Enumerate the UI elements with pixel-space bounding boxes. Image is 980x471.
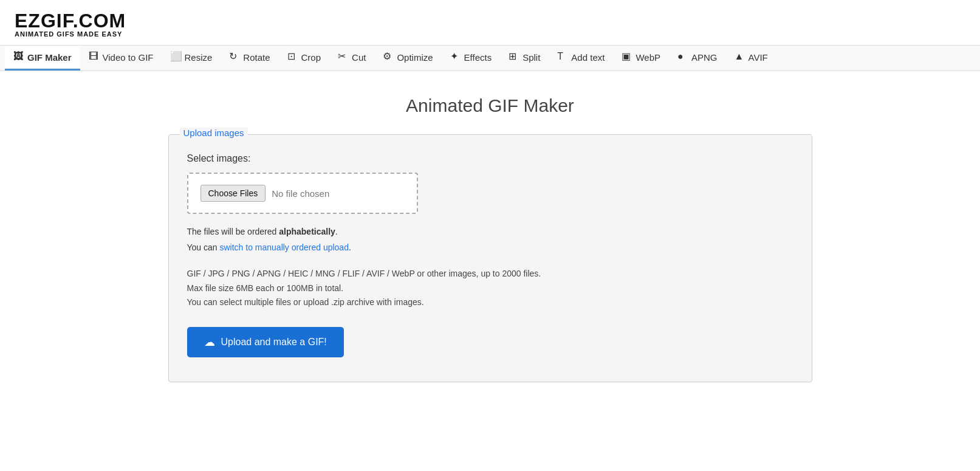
upload-cloud-icon: ☁ — [204, 335, 215, 349]
cut-icon: ✂ — [338, 52, 349, 63]
ordering-suffix: . — [335, 227, 338, 236]
file-types-line2: Max file size 6MB each or 100MB in total… — [187, 281, 793, 296]
avif-label: AVIF — [749, 52, 768, 63]
choose-files-button[interactable]: Choose Files — [200, 185, 266, 202]
file-types-info: GIF / JPG / PNG / APNG / HEIC / MNG / FL… — [187, 267, 793, 310]
nav-item-rotate[interactable]: ↻Rotate — [221, 46, 278, 70]
nav-bar: 🖼GIF Maker🎞Video to GIF⬜Resize↻Rotate⊡Cr… — [0, 45, 980, 71]
cut-label: Cut — [352, 52, 366, 63]
resize-label: Resize — [184, 52, 212, 63]
video-to-gif-label: Video to GIF — [103, 52, 154, 63]
video-to-gif-icon: 🎞 — [89, 52, 100, 63]
no-file-text: No file chosen — [272, 188, 329, 199]
nav-item-resize[interactable]: ⬜Resize — [162, 46, 221, 70]
file-types-line1: GIF / JPG / PNG / APNG / HEIC / MNG / FL… — [187, 267, 793, 281]
logo-main: EZGIF.COM — [15, 11, 126, 30]
nav-item-gif-maker[interactable]: 🖼GIF Maker — [5, 46, 80, 70]
rotate-icon: ↻ — [229, 52, 240, 63]
webp-label: WebP — [636, 52, 660, 63]
nav-item-video-to-gif[interactable]: 🎞Video to GIF — [80, 46, 162, 70]
apng-icon: ● — [677, 52, 688, 63]
effects-icon: ✦ — [450, 52, 461, 63]
page-title: Animated GIF Maker — [168, 95, 812, 116]
nav-item-add-text[interactable]: TAdd text — [549, 46, 613, 70]
gif-maker-icon: 🖼 — [13, 52, 24, 63]
effects-label: Effects — [464, 52, 492, 63]
ordering-emphasis: alphabetically — [279, 227, 335, 236]
ordering-info: The files will be ordered alphabetically… — [187, 225, 793, 238]
logo-sub: ANIMATED GIFS MADE EASY — [15, 30, 126, 38]
crop-label: Crop — [301, 52, 321, 63]
upload-panel-legend: Upload images — [180, 128, 248, 138]
switch-suffix: . — [349, 242, 351, 252]
apng-label: APNG — [691, 52, 718, 63]
rotate-label: Rotate — [243, 52, 270, 63]
crop-icon: ⊡ — [287, 52, 298, 63]
nav-item-crop[interactable]: ⊡Crop — [279, 46, 330, 70]
resize-icon: ⬜ — [170, 52, 181, 63]
upload-panel: Upload images Select images: Choose File… — [168, 134, 812, 382]
gif-maker-label: GIF Maker — [27, 52, 72, 63]
select-images-label: Select images: — [187, 153, 793, 164]
optimize-icon: ⚙ — [383, 52, 394, 63]
nav-item-avif[interactable]: ▲AVIF — [726, 46, 776, 70]
webp-icon: ▣ — [622, 52, 632, 63]
nav-item-optimize[interactable]: ⚙Optimize — [374, 46, 441, 70]
add-text-icon: T — [557, 52, 568, 63]
ordering-prefix: The files will be ordered — [187, 227, 279, 236]
split-icon: ⊞ — [509, 52, 519, 63]
switch-ordering-link[interactable]: switch to manually ordered upload — [219, 242, 348, 252]
switch-prefix: You can — [187, 242, 220, 252]
nav-item-split[interactable]: ⊞Split — [500, 46, 549, 70]
optimize-label: Optimize — [397, 52, 433, 63]
nav-item-apng[interactable]: ●APNG — [669, 46, 726, 70]
nav-item-effects[interactable]: ✦Effects — [442, 46, 501, 70]
avif-icon: ▲ — [735, 52, 745, 63]
main-content: Animated GIF Maker Upload images Select … — [156, 71, 824, 407]
file-types-line3: You can select multiple files or upload … — [187, 295, 793, 310]
nav-item-cut[interactable]: ✂Cut — [329, 46, 374, 70]
upload-button-label: Upload and make a GIF! — [221, 337, 327, 348]
nav-item-webp[interactable]: ▣WebP — [613, 46, 669, 70]
file-input-wrapper: Choose Files No file chosen — [187, 173, 418, 214]
upload-button[interactable]: ☁ Upload and make a GIF! — [187, 327, 344, 357]
add-text-label: Add text — [571, 52, 605, 63]
switch-ordering-info: You can switch to manually ordered uploa… — [187, 241, 793, 254]
logo-area: EZGIF.COM ANIMATED GIFS MADE EASY — [0, 0, 980, 45]
split-label: Split — [523, 52, 540, 63]
